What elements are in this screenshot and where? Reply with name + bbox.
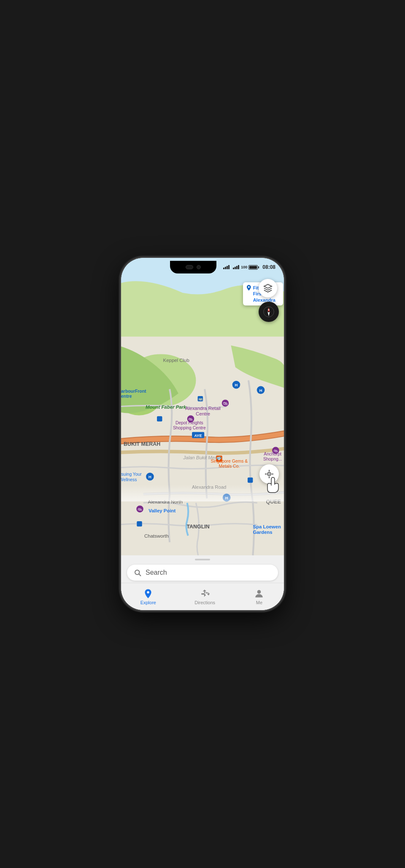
svg-text:N: N (268, 308, 270, 311)
svg-text:TANGLIN: TANGLIN (186, 524, 209, 530)
search-text: Search (146, 569, 167, 576)
svg-text:🚌: 🚌 (198, 396, 203, 401)
svg-line-65 (139, 574, 141, 576)
signal-bar-6 (235, 267, 236, 269)
signal-bar-1 (223, 268, 224, 269)
svg-text:🛍: 🛍 (223, 401, 227, 406)
svg-text:Wellness: Wellness (121, 477, 137, 482)
nav-item-directions[interactable]: Directions (186, 587, 224, 607)
status-bar: 100 08:08 (121, 258, 284, 273)
battery-box (248, 265, 258, 270)
location-pin-icon (246, 285, 251, 291)
map-controls: N (259, 279, 279, 322)
camera-wide (186, 265, 193, 269)
svg-text:Mount Faber Park: Mount Faber Park (146, 405, 186, 410)
svg-point-53 (248, 286, 250, 288)
svg-point-66 (147, 591, 149, 593)
nav-label-directions: Directions (194, 600, 215, 605)
nav-item-me[interactable]: Me (245, 587, 273, 607)
map-fade (121, 485, 284, 501)
svg-text:Chatsworth: Chatsworth (144, 533, 169, 538)
battery-tip (258, 266, 259, 268)
svg-text:Alexandra Retail: Alexandra Retail (185, 406, 221, 411)
svg-text:Shopng...: Shopng... (263, 457, 282, 461)
svg-point-59 (269, 474, 270, 475)
svg-text:Singapore Gems &: Singapore Gems & (211, 459, 248, 463)
svg-text:Anchorpt: Anchorpt (264, 452, 281, 456)
svg-text:Spa Loewen: Spa Loewen (253, 524, 281, 529)
search-bar[interactable]: Search (127, 565, 278, 581)
camera-dot (197, 265, 201, 269)
sheet-handle[interactable] (195, 559, 210, 560)
phone-frame: 100 08:08 (120, 257, 285, 611)
battery-icon: 100 (241, 265, 259, 270)
svg-text:HarbourFront: HarbourFront (121, 389, 146, 394)
svg-text:Shopping Centre: Shopping Centre (173, 426, 206, 430)
svg-rect-7 (248, 477, 253, 482)
signal-bar-7 (236, 266, 238, 269)
signal-bars-2 (233, 265, 239, 269)
layers-button[interactable] (259, 279, 277, 297)
signal-bar-4 (228, 265, 230, 269)
nav-label-me: Me (256, 600, 262, 605)
battery-level: 100 (241, 265, 247, 269)
nav-label-explore: Explore (140, 600, 156, 605)
map-container[interactable]: 🚌 🛍 🛍 🛍 🛍 H (121, 258, 284, 555)
compass-button[interactable]: N (259, 302, 279, 322)
svg-text:H: H (259, 388, 262, 393)
explore-icon (143, 588, 154, 599)
nav-item-explore[interactable]: Explore (132, 587, 165, 607)
svg-text:Centre: Centre (121, 394, 132, 399)
cursor-hand (265, 477, 281, 496)
notch (170, 261, 216, 273)
signal-bar-2 (225, 267, 226, 269)
svg-text:Keppel Club: Keppel Club (163, 358, 189, 363)
svg-text:Pursuing Your: Pursuing Your (121, 472, 142, 477)
me-icon (254, 588, 265, 599)
clock: 08:08 (262, 264, 275, 270)
signal-bar-8 (238, 265, 239, 269)
hand-cursor-icon (265, 477, 281, 493)
svg-text:H: H (148, 475, 151, 479)
bottom-nav: Explore Directions Me (121, 583, 284, 610)
signal-bar-3 (227, 266, 228, 269)
compass-icon: N (263, 306, 275, 318)
svg-rect-8 (137, 521, 142, 526)
svg-rect-6 (157, 416, 162, 421)
svg-text:AYE: AYE (194, 434, 202, 438)
battery-fill (249, 266, 257, 269)
svg-text:BUKIT MERAH: BUKIT MERAH (124, 441, 160, 447)
signal-bar-5 (233, 268, 234, 269)
notch-area (170, 261, 216, 273)
svg-text:Gardens: Gardens (253, 530, 272, 535)
signal-bars (223, 265, 230, 269)
svg-text:H: H (235, 383, 238, 387)
svg-point-67 (257, 590, 261, 594)
directions-icon (200, 588, 211, 599)
svg-text:Centre: Centre (196, 411, 210, 416)
svg-text:🛍: 🛍 (138, 507, 142, 512)
phone-screen: 100 08:08 (121, 258, 284, 610)
svg-text:Metals Co.: Metals Co. (219, 464, 240, 469)
svg-text:Valley Point: Valley Point (148, 508, 176, 513)
search-icon (134, 569, 141, 576)
status-right: 100 08:08 (223, 264, 275, 270)
layers-icon (263, 284, 273, 293)
svg-text:Depot Heights: Depot Heights (176, 421, 203, 425)
